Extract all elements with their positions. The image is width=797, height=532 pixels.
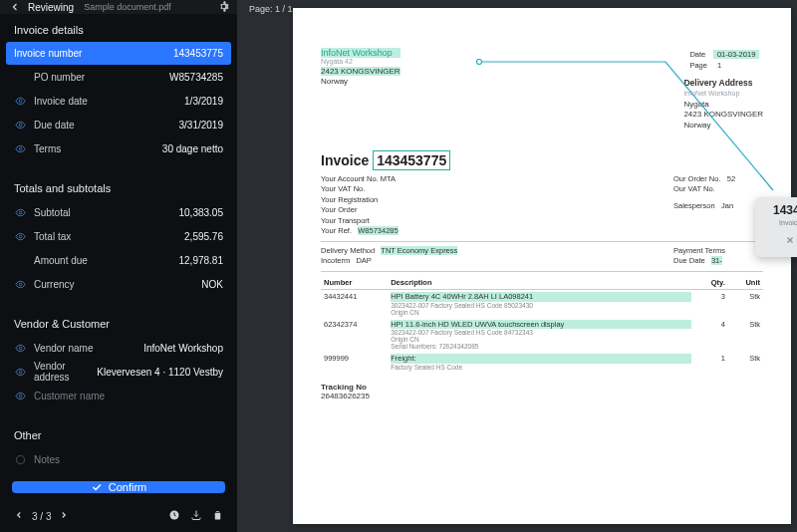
eye-icon	[14, 342, 26, 354]
svg-point-5	[19, 283, 22, 286]
svg-point-1	[19, 124, 22, 127]
doc-brand: InfoNet Workshop	[321, 48, 400, 58]
eye-icon	[14, 278, 26, 290]
tooltip-caption: Invoice number	[763, 219, 797, 226]
eye-icon	[14, 71, 26, 83]
section-totals: Totals and subtotals	[0, 172, 237, 200]
download-icon[interactable]	[190, 509, 202, 523]
filename: Sample document.pdf	[84, 2, 214, 12]
field-invoice-number[interactable]: Invoice number 143453775	[6, 42, 231, 65]
pager: 3 / 3	[0, 503, 237, 532]
tooltip-cancel-button[interactable]	[781, 231, 797, 249]
field-subtotal[interactable]: Subtotal10,383.05	[0, 200, 237, 224]
tracking: Tracking No26483626235	[321, 383, 763, 400]
prev-icon[interactable]	[14, 510, 24, 522]
next-icon[interactable]	[59, 510, 69, 522]
topbar: Reviewing Sample document.pdf	[0, 0, 237, 14]
svg-point-3	[19, 211, 22, 214]
section-other: Other	[0, 419, 237, 447]
field-customer-name[interactable]: Customer name	[0, 384, 237, 407]
field-value: 143453775	[173, 48, 223, 59]
eye-icon	[14, 366, 26, 378]
status-label: Reviewing	[28, 2, 74, 13]
eye-icon	[14, 390, 26, 401]
svg-point-4	[19, 235, 22, 238]
gear-icon[interactable]	[218, 1, 229, 14]
table-row: 62342374HPI 11.6-inch HD WLED UWVA touch…	[321, 318, 763, 353]
line-items-table: NumberDescriptionQty.Unit 34432441HPI Ba…	[321, 276, 763, 373]
table-row: 34432441HPI Battery 4C 40WHr 2.8AH LI LA…	[321, 289, 763, 317]
eye-icon	[14, 119, 26, 131]
eye-icon	[14, 206, 26, 218]
field-total-tax[interactable]: Total tax2,595.76	[0, 224, 237, 248]
svg-point-7	[19, 371, 22, 374]
field-due-date[interactable]: Due date3/31/2019	[0, 113, 237, 136]
eye-off-icon	[14, 453, 26, 465]
document-viewer: Page: 1 / 1 InfoNet Workshop Nygata 42 2…	[237, 0, 797, 532]
trash-icon[interactable]	[212, 509, 223, 523]
doc-heading: Invoice 143453775	[321, 152, 763, 168]
eye-icon	[14, 95, 26, 107]
svg-point-9	[16, 455, 24, 463]
eye-icon	[14, 254, 26, 266]
svg-point-2	[19, 147, 22, 150]
document-page[interactable]: InfoNet Workshop Nygata 42 2423 KONGSVIN…	[293, 8, 791, 524]
field-amount-due[interactable]: Amount due12,978.81	[0, 248, 237, 272]
confirm-button[interactable]: Confirm	[12, 481, 225, 493]
eye-icon	[14, 230, 26, 242]
tooltip-value: 143453775	[763, 203, 797, 217]
field-terms[interactable]: Terms30 dage netto	[0, 136, 237, 160]
svg-point-6	[19, 347, 22, 350]
svg-point-8	[19, 395, 22, 398]
field-invoice-date[interactable]: Invoice date1/3/2019	[0, 89, 237, 113]
clock-icon[interactable]	[168, 509, 180, 523]
svg-point-0	[19, 100, 22, 103]
field-notes[interactable]: Notes	[0, 447, 237, 471]
field-currency[interactable]: CurrencyNOK	[0, 272, 237, 296]
field-po-number[interactable]: PO numberW85734285	[0, 65, 237, 89]
table-row: 999999Freight: Factory Sealed HS Code1St…	[321, 352, 763, 373]
section-invoice-details: Invoice details	[0, 14, 237, 42]
value-tooltip: 143453775 Invoice number	[755, 197, 797, 257]
section-vendor: Vendor & Customer	[0, 308, 237, 336]
field-vendor-address[interactable]: Vendor addressKlevervesen 4 · 1120 Vestb…	[0, 360, 237, 384]
eye-icon	[14, 142, 26, 154]
field-label: Invoice number	[14, 48, 173, 59]
sidebar: Reviewing Sample document.pdf Invoice de…	[0, 0, 237, 532]
field-vendor-name[interactable]: Vendor nameInfoNet Workshop	[0, 336, 237, 360]
page-indicator: Page: 1 / 1	[249, 4, 293, 14]
back-icon[interactable]	[8, 0, 22, 14]
